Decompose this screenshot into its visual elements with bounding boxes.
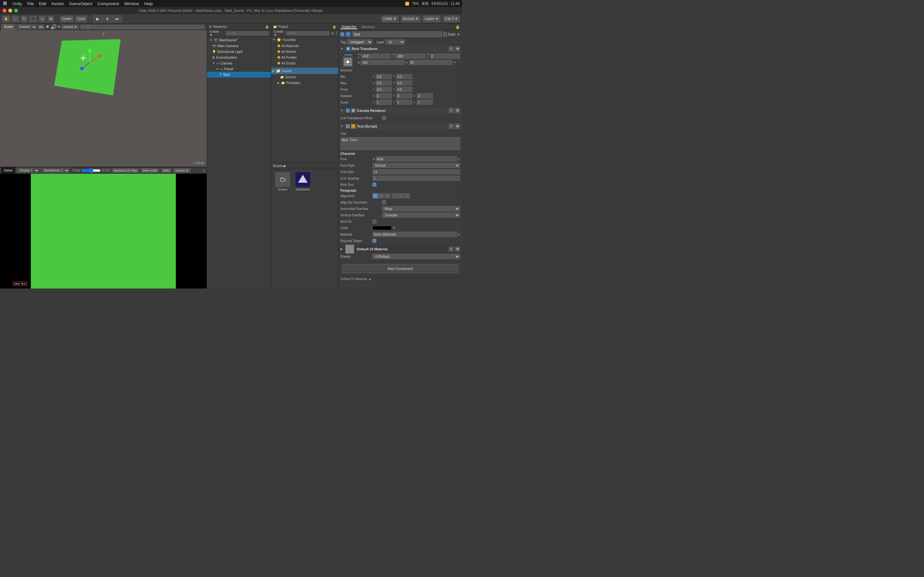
menu-component[interactable]: Component (97, 1, 119, 6)
pivot-y-input[interactable] (396, 87, 412, 92)
scene-canvas[interactable]: Y ✛ < Persp (0, 30, 207, 167)
pause-button[interactable]: ⏸ (103, 15, 112, 23)
pos-y-input[interactable] (396, 53, 426, 59)
line-spacing-input[interactable] (373, 176, 460, 181)
hand-tool-button[interactable]: ✋ (2, 15, 10, 23)
static-dropdown-arrow[interactable]: ▼ (457, 33, 460, 36)
color-picker-btn[interactable]: ✎ (393, 226, 396, 230)
text-script-enabled[interactable] (346, 124, 350, 128)
mute-audio-button[interactable]: Mute Audio (141, 168, 160, 173)
scale-z-input[interactable] (417, 100, 433, 105)
min-x-input[interactable] (376, 74, 392, 79)
canvas-renderer-info-btn[interactable]: ? (449, 108, 454, 113)
layers-dropdown[interactable]: Layers ▼ (423, 15, 441, 23)
menu-window[interactable]: Window (124, 1, 139, 6)
rotate-tool-button[interactable]: ↻ (21, 15, 27, 23)
shader-dropdown[interactable]: UI/Default (373, 254, 460, 259)
2d-button[interactable]: 2D (37, 24, 45, 29)
scene-search-input[interactable] (80, 24, 205, 29)
rect-transform-header[interactable]: ▼ ⊞ Rect Transform ? ⚙ (338, 45, 462, 52)
pos-x-input[interactable] (361, 53, 391, 59)
hierarchy-item-panel[interactable]: ▼ ▭ Panel (207, 66, 271, 72)
hierarchy-item-text[interactable]: T Text (207, 72, 271, 77)
font-picker-btn[interactable]: ⊙ (457, 157, 460, 161)
inspector-lock-icon[interactable]: 🔒 (455, 25, 460, 29)
pivot-local-button[interactable]: Local (75, 15, 87, 23)
hierarchy-item-startscene[interactable]: ▼ 🎬 StartScene* (207, 37, 271, 43)
lighting-icon[interactable]: ☀ (45, 24, 50, 30)
audio-icon[interactable]: 🔊 (50, 24, 57, 30)
hierarchy-item-eventsystem[interactable]: ⚙ EventSystem (207, 55, 271, 60)
collab-dropdown[interactable]: Collab ▼ (381, 15, 399, 23)
align-by-geo-checkbox[interactable] (382, 200, 386, 204)
rot-x-input[interactable] (376, 93, 392, 98)
align-right-btn[interactable]: ≡ (384, 193, 391, 198)
rect-transform-info-btn[interactable]: ? (449, 46, 454, 51)
project-lock-icon[interactable]: 🔒 (333, 25, 336, 29)
display-dropdown[interactable]: Display 1 (16, 168, 39, 173)
active-checkbox[interactable] (341, 32, 344, 36)
stats-button[interactable]: Stats (161, 168, 172, 173)
text-value-textarea[interactable]: New Text (341, 137, 460, 150)
material-picker-btn[interactable]: ⊙ (457, 233, 460, 236)
pivot-x-input[interactable] (376, 87, 392, 92)
font-size-input[interactable] (373, 169, 460, 174)
rot-y-input[interactable] (396, 93, 412, 98)
height-input[interactable] (409, 60, 453, 65)
fx-icon[interactable]: ✦ (57, 25, 61, 29)
rect-transform-settings-btn[interactable]: ⚙ (455, 46, 460, 51)
game-tab[interactable]: Game (1, 167, 15, 174)
hierarchy-item-canvas[interactable]: ▼ ▭ Canvas (207, 60, 271, 66)
menu-help[interactable]: Help (144, 1, 153, 6)
apple-menu[interactable]: ⌘ (3, 1, 7, 6)
h-overflow-dropdown[interactable]: Wrap (382, 206, 460, 211)
scale-tool-button[interactable]: ⬛ (29, 15, 37, 23)
default-material-info-btn[interactable]: ? (449, 247, 454, 251)
project-search-input[interactable] (286, 31, 330, 36)
maximize-on-play-button[interactable]: Maximize On Play (111, 168, 139, 173)
project-packages-folder[interactable]: ▶ 📁 Packages (271, 80, 338, 85)
object-name-input[interactable] (352, 31, 442, 37)
project-scenes-folder[interactable]: 📁 Scenes (271, 74, 338, 80)
static-checkbox[interactable] (443, 32, 447, 36)
width-input[interactable] (361, 60, 405, 65)
project-all-models[interactable]: All Models (271, 49, 338, 55)
move-tool-button[interactable]: ↔ (11, 15, 19, 23)
scale-slider[interactable] (81, 168, 101, 173)
text-script-settings-btn[interactable]: ⚙ (455, 124, 460, 129)
hierarchy-create-button[interactable]: Create ▼ (208, 30, 224, 37)
rich-text-checkbox[interactable] (373, 183, 376, 187)
close-button[interactable] (3, 9, 6, 13)
project-all-prefabs[interactable]: All Prefabs (271, 55, 338, 60)
default-material-header[interactable]: ▶ Default UI Material ? ⚙ (338, 246, 462, 252)
max-y-input[interactable] (396, 81, 412, 85)
align-left-btn[interactable]: ≡ (373, 193, 378, 198)
gizmos-dropdown[interactable]: Gizmos ▼ (61, 24, 79, 29)
constrain-proportions-btn[interactable]: R (454, 61, 460, 64)
anchor-preset-grid[interactable] (343, 57, 352, 67)
font-style-dropdown[interactable]: Normal (373, 163, 460, 168)
canvas-renderer-enabled[interactable] (346, 109, 350, 113)
favorites-header[interactable]: ▼ ⭐ Favorites (271, 37, 338, 43)
game-panel-options[interactable]: ≡ (203, 168, 205, 173)
add-component-button[interactable]: Add Component (342, 264, 458, 273)
menu-gameobject[interactable]: GameObject (69, 1, 92, 6)
align-bottom-btn[interactable]: ↓ (404, 193, 410, 198)
color-swatch[interactable] (373, 226, 392, 230)
align-center-btn[interactable]: ≡ (379, 193, 384, 198)
hierarchy-item-directional-light[interactable]: 💡 Directional Light (207, 49, 271, 55)
asset-scenes[interactable]: 🗀 Scenes (274, 172, 291, 191)
layer-dropdown[interactable]: UI (386, 39, 405, 45)
scale-y-input[interactable] (396, 100, 412, 105)
account-dropdown[interactable]: Account ▼ (401, 15, 421, 23)
maximize-button[interactable] (14, 9, 18, 13)
hierarchy-lock-icon[interactable]: 🔒 (265, 25, 269, 29)
inspector-tab[interactable]: Inspector (341, 25, 357, 29)
game-gizmos-button[interactable]: Gizmos ▼ (173, 168, 191, 173)
rect-tool-button[interactable]: ▭ (39, 15, 46, 23)
play-button[interactable]: ▶ (93, 15, 103, 23)
menu-assets[interactable]: Assets (51, 1, 64, 6)
tag-dropdown[interactable]: Untagged (347, 39, 373, 45)
align-top-btn[interactable]: ↑ (392, 193, 397, 198)
menu-file[interactable]: File (27, 1, 34, 6)
